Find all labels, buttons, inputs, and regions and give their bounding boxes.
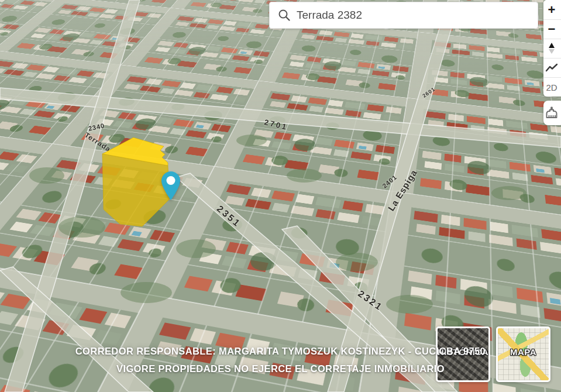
- brush-icon: [545, 106, 558, 120]
- elevation-profile-button[interactable]: [543, 58, 561, 77]
- layer-thumb-mapa[interactable]: MAPA: [496, 326, 550, 382]
- compass-icon: [547, 42, 556, 56]
- toggle-2d-button[interactable]: 2D: [543, 77, 561, 97]
- brush-tool-button[interactable]: [543, 101, 561, 125]
- search-icon: [278, 9, 291, 22]
- search-bar: [269, 2, 538, 29]
- layer-thumb-mapa-label: MAPA: [498, 347, 549, 357]
- layer-thumb-historica-label: HISTÓRICA: [438, 347, 488, 357]
- layer-thumb-historica[interactable]: HISTÓRICA: [436, 326, 490, 382]
- map-viewer-window: 27012340Terrada26012401La Espiga23512321…: [0, 0, 561, 392]
- search-input[interactable]: [291, 9, 538, 22]
- line-chart-icon: [545, 63, 558, 73]
- compass-button[interactable]: [543, 39, 561, 58]
- location-pin[interactable]: [159, 171, 183, 201]
- zoom-out-button[interactable]: −: [543, 19, 561, 39]
- map-controls-panel: + − 2D: [543, 0, 561, 97]
- zoom-in-button[interactable]: +: [543, 0, 561, 19]
